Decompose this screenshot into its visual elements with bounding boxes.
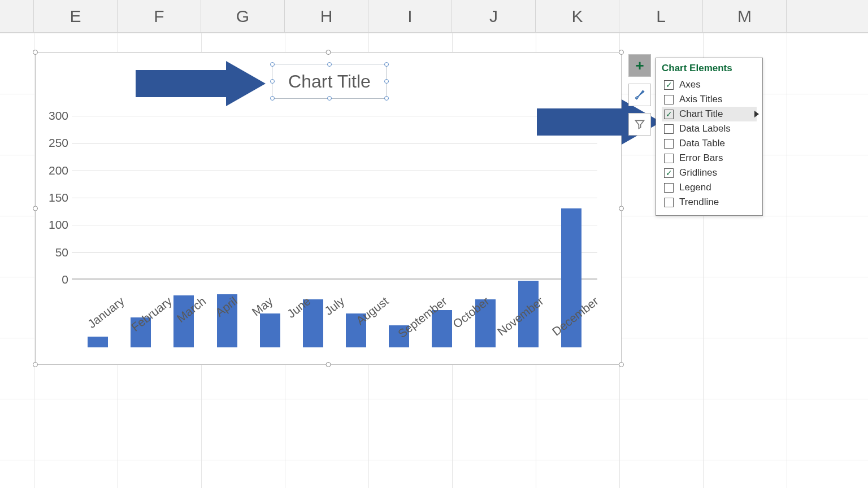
flyout-item-legend[interactable]: Legend	[662, 180, 757, 195]
resize-handle[interactable]	[326, 50, 331, 55]
y-axis: 050100150200250300	[39, 116, 68, 280]
title-handle[interactable]	[327, 96, 332, 101]
flyout-item-label: Data Table	[679, 138, 725, 149]
resize-handle[interactable]	[33, 206, 38, 211]
chart-filters-button[interactable]	[628, 113, 651, 136]
chart-object[interactable]: Chart Title 050100150200250300 JanuaryFe…	[35, 52, 622, 365]
chart-title-text: Chart Title	[288, 71, 371, 92]
column-header[interactable]: H	[285, 0, 368, 32]
title-handle[interactable]	[270, 79, 275, 84]
checkbox[interactable]	[664, 154, 674, 163]
x-tick-label: July	[322, 294, 347, 318]
checkbox[interactable]: ✓	[664, 110, 674, 119]
x-tick-label: May	[250, 294, 276, 319]
flyout-item-label: Gridlines	[679, 167, 717, 178]
plus-icon: +	[635, 58, 644, 73]
y-tick-label: 0	[62, 273, 68, 286]
title-handle[interactable]	[384, 79, 389, 84]
x-tick-label: December	[550, 294, 601, 339]
gridline	[72, 116, 597, 116]
column-header[interactable]: J	[452, 0, 536, 32]
flyout-item-label: Legend	[679, 182, 711, 193]
column-header-row: E F G H I J K L M	[0, 0, 868, 33]
row-header-stub	[0, 0, 34, 32]
flyout-item-axis-titles[interactable]: Axis Titles	[662, 92, 757, 107]
resize-handle[interactable]	[619, 362, 624, 367]
flyout-item-axes[interactable]: ✓Axes	[662, 77, 757, 92]
checkbox[interactable]: ✓	[664, 80, 674, 90]
title-handle[interactable]	[384, 96, 389, 101]
flyout-item-label: Data Labels	[679, 123, 731, 134]
resize-handle[interactable]	[619, 50, 624, 55]
flyout-item-gridlines[interactable]: ✓Gridlines	[662, 165, 757, 180]
y-tick-label: 50	[55, 246, 68, 259]
flyout-item-data-table[interactable]: Data Table	[662, 136, 757, 151]
gridline	[72, 143, 597, 143]
funnel-icon	[634, 119, 645, 130]
y-tick-label: 150	[49, 191, 68, 204]
column-header[interactable]: M	[703, 0, 787, 32]
column-header[interactable]: L	[619, 0, 703, 32]
flyout-item-error-bars[interactable]: Error Bars	[662, 151, 757, 165]
checkbox[interactable]	[664, 95, 674, 104]
resize-handle[interactable]	[33, 362, 38, 367]
x-tick-label: June	[285, 294, 314, 321]
flyout-title: Chart Elements	[662, 63, 757, 74]
title-handle[interactable]	[327, 62, 332, 67]
gridline	[72, 171, 597, 171]
chart-title[interactable]: Chart Title	[272, 64, 387, 99]
y-tick-label: 100	[49, 218, 68, 232]
resize-handle[interactable]	[326, 362, 331, 367]
flyout-item-label: Chart Title	[679, 108, 723, 120]
title-handle[interactable]	[270, 62, 275, 67]
column-header[interactable]: I	[368, 0, 452, 32]
x-tick-label: April	[213, 294, 240, 320]
checkbox[interactable]	[664, 124, 674, 134]
flyout-item-trendline[interactable]: Trendline	[662, 195, 757, 210]
title-handle[interactable]	[270, 96, 275, 101]
checkbox[interactable]	[664, 183, 674, 193]
flyout-item-chart-title[interactable]: ✓Chart Title	[662, 107, 757, 121]
flyout-item-label: Trendline	[679, 197, 719, 208]
flyout-item-label: Axis Titles	[679, 94, 723, 105]
chart-styles-button[interactable]	[628, 84, 651, 106]
checkbox[interactable]	[664, 198, 674, 207]
flyout-item-label: Error Bars	[679, 152, 723, 164]
resize-handle[interactable]	[619, 206, 624, 211]
flyout-item-label: Axes	[679, 79, 701, 90]
column-header[interactable]: F	[118, 0, 201, 32]
column-header[interactable]: G	[201, 0, 285, 32]
plot-area[interactable]: 050100150200250300 JanuaryFebruaryMarchA…	[72, 116, 597, 347]
flyout-item-data-labels[interactable]: Data Labels	[662, 121, 757, 136]
y-tick-label: 300	[49, 109, 68, 123]
title-handle[interactable]	[384, 62, 389, 67]
submenu-arrow-icon	[754, 111, 759, 117]
x-axis: JanuaryFebruaryMarchAprilMayJuneJulyAugu…	[72, 285, 597, 347]
chart-elements-button[interactable]: +	[628, 54, 651, 77]
resize-handle[interactable]	[33, 50, 38, 55]
column-header[interactable]: E	[34, 0, 118, 32]
column-header[interactable]: K	[536, 0, 619, 32]
y-tick-label: 250	[49, 136, 68, 150]
checkbox[interactable]	[664, 139, 674, 149]
chart-elements-flyout[interactable]: Chart Elements ✓AxesAxis Titles✓Chart Ti…	[656, 58, 763, 216]
brush-icon	[633, 89, 646, 101]
checkbox[interactable]: ✓	[664, 168, 674, 178]
y-tick-label: 200	[49, 164, 68, 177]
